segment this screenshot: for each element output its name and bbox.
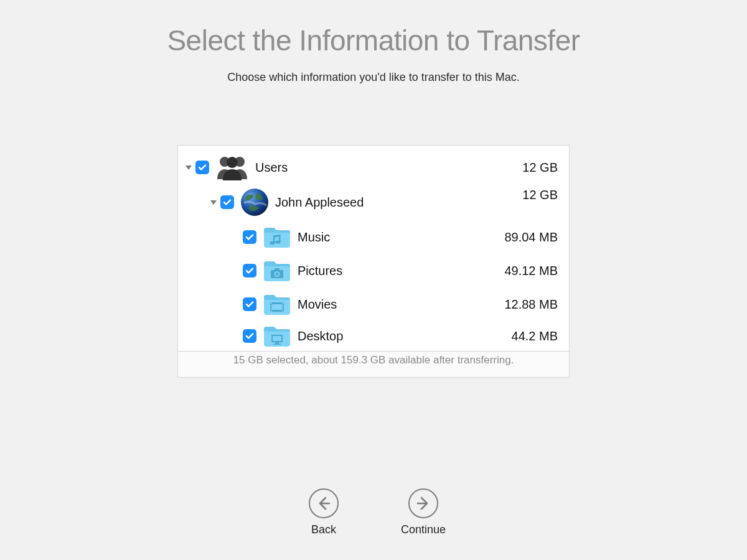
- tree-label-music: Music: [298, 230, 330, 245]
- continue-button[interactable]: Continue: [395, 488, 451, 536]
- checkbox-music[interactable]: [243, 230, 256, 244]
- nav-buttons: Back Continue: [0, 488, 747, 536]
- folder-movies-icon: [263, 292, 291, 316]
- tree-label-pictures: Pictures: [298, 264, 342, 278]
- tree-row-user[interactable]: John Appleseed 12 GB: [178, 184, 569, 220]
- svg-rect-18: [271, 308, 272, 309]
- checkbox-movies[interactable]: [243, 297, 256, 311]
- svg-marker-4: [210, 200, 217, 205]
- tree-size-user: 12 GB: [489, 188, 558, 202]
- svg-rect-20: [282, 303, 283, 304]
- tree-size-users: 12 GB: [489, 161, 558, 175]
- back-label: Back: [311, 523, 336, 536]
- svg-rect-11: [275, 268, 280, 271]
- checkbox-desktop[interactable]: [243, 329, 256, 343]
- svg-rect-15: [272, 304, 282, 310]
- continue-label: Continue: [401, 523, 446, 536]
- tree-row-users[interactable]: Users 12 GB: [178, 151, 569, 184]
- checkbox-user[interactable]: [220, 195, 234, 209]
- back-button[interactable]: Back: [296, 488, 352, 536]
- arrow-right-icon: [408, 488, 438, 518]
- svg-marker-0: [186, 166, 192, 170]
- tree-row-pictures[interactable]: Pictures 49.12 MB: [178, 254, 569, 287]
- users-group-icon: [215, 154, 249, 180]
- svg-point-8: [270, 241, 275, 245]
- transfer-panel: Users 12 GB: [177, 145, 570, 378]
- svg-rect-19: [271, 310, 272, 312]
- arrow-left-icon: [309, 488, 339, 518]
- page-subtitle: Choose which information you'd like to t…: [0, 71, 747, 84]
- tree-label-desktop: Desktop: [298, 329, 343, 343]
- svg-rect-21: [282, 306, 283, 307]
- tree-label-movies: Movies: [298, 297, 337, 312]
- folder-pictures-icon: [263, 259, 291, 282]
- folder-desktop-icon: [263, 324, 291, 348]
- status-text: 15 GB selected, about 159.3 GB available…: [233, 354, 514, 366]
- svg-rect-25: [273, 336, 281, 341]
- svg-point-9: [276, 240, 281, 243]
- svg-rect-22: [282, 308, 283, 309]
- svg-point-13: [276, 273, 279, 276]
- svg-rect-16: [271, 303, 272, 304]
- disclosure-triangle-icon[interactable]: [208, 197, 219, 208]
- user-avatar-icon: [240, 188, 269, 217]
- tree-row-music[interactable]: Music 89.04 MB: [178, 220, 569, 254]
- tree-label-user: John Appleseed: [275, 195, 364, 210]
- tree-size-music: 89.04 MB: [489, 230, 558, 245]
- transfer-tree[interactable]: Users 12 GB: [178, 146, 569, 351]
- svg-rect-27: [273, 344, 281, 345]
- checkbox-users[interactable]: [195, 161, 209, 174]
- status-bar: 15 GB selected, about 159.3 GB available…: [178, 351, 569, 377]
- tree-size-desktop: 44.2 MB: [489, 329, 558, 343]
- svg-rect-23: [282, 310, 283, 312]
- checkbox-pictures[interactable]: [243, 264, 256, 278]
- tree-label-users: Users: [255, 161, 288, 175]
- disclosure-triangle-icon[interactable]: [183, 162, 194, 173]
- svg-point-3: [227, 157, 238, 168]
- svg-rect-26: [275, 342, 279, 344]
- tree-size-pictures: 49.12 MB: [489, 264, 558, 278]
- tree-size-movies: 12.88 MB: [489, 297, 558, 312]
- page-title: Select the Information to Transfer: [0, 24, 747, 57]
- folder-music-icon: [263, 225, 291, 249]
- svg-rect-17: [271, 306, 272, 307]
- tree-row-desktop[interactable]: Desktop 44.2 MB: [178, 321, 569, 351]
- tree-row-movies[interactable]: Movies 12.88 MB: [178, 287, 569, 321]
